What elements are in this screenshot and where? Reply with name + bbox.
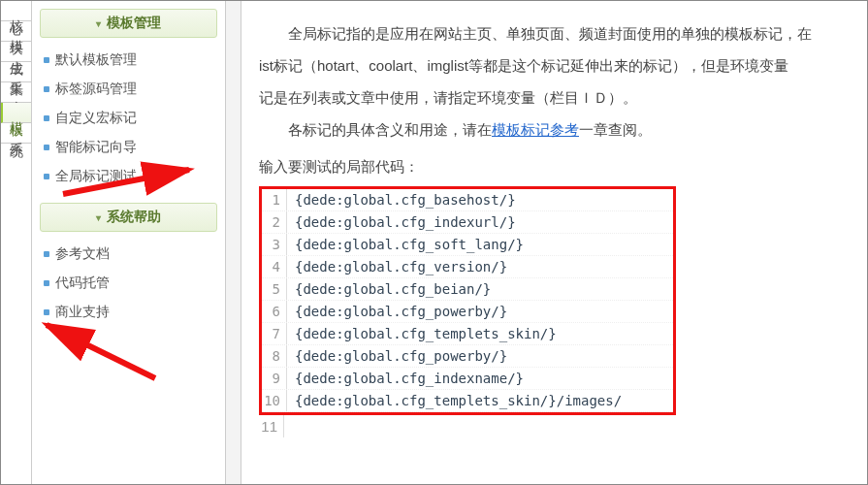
desc-line-1: 全局标记指的是应用在网站主页、单独页面、频道封面使用的单独的模板标记，在 [259,20,867,47]
vtab-member[interactable]: 会员 [1,82,31,103]
menu-item[interactable]: 参考文档 [32,240,225,269]
line-content: {dede:global.cfg_powerby/} [287,301,515,322]
desc-line-4: 各标记的具体含义和用途，请在模板标记参考一章查阅。 [259,116,867,143]
group-title: 系统帮助 [107,209,161,226]
line-number: 5 [262,278,287,300]
vtab-collect[interactable]: 采集 [1,62,31,82]
menu-item[interactable]: 代码托管 [32,269,225,298]
code-line: 5{dede:global.cfg_beian/} [262,278,673,301]
line-content: {dede:global.cfg_soft_lang/} [287,234,531,255]
chevron-down-icon: ▾ [96,212,101,223]
menu-item[interactable]: 商业支持 [32,298,225,327]
line-number: 2 [262,211,287,233]
main-content: 全局标记指的是应用在网站主页、单独页面、频道封面使用的单独的模板标记，在 ist… [241,1,867,484]
line-number: 7 [262,323,287,344]
desc-line-3: 记是在列表或文章中使用，请指定环境变量（栏目ＩＤ）。 [259,84,867,111]
vtab-generate[interactable]: 生成 [1,42,31,62]
chevron-down-icon: ▾ [96,18,101,29]
line-content: {dede:global.cfg_templets_skin/}/images/ [287,390,629,411]
line-number: 4 [262,256,287,277]
menu-item[interactable]: 智能标记向导 [32,133,225,162]
line-content: {dede:global.cfg_version/} [287,256,515,277]
code-line: 10{dede:global.cfg_templets_skin/}/image… [262,390,673,412]
desc-line-2: ist标记（hotart、coolart、imglist等都是这个标记延伸出来的… [259,52,867,79]
line-number: 9 [262,368,287,389]
code-input-box[interactable]: 1{dede:global.cfg_basehost/}2{dede:globa… [259,186,676,415]
vtab-core[interactable]: 核心 [1,1,31,21]
group-title: 模板管理 [107,15,161,32]
line-content-empty [284,415,300,437]
line-content: {dede:global.cfg_templets_skin/} [287,323,564,344]
sidebar: ▾模板管理默认模板管理标签源码管理自定义宏标记智能标记向导全局标记测试▾系统帮助… [32,1,226,484]
code-line: 8{dede:global.cfg_powerby/} [262,345,673,368]
group-header[interactable]: ▾模板管理 [40,9,217,38]
vtab-module[interactable]: 模块 [1,21,31,42]
line-number: 6 [262,301,287,322]
menu-item[interactable]: 自定义宏标记 [32,104,225,133]
desc-4b: 一章查阅。 [579,121,652,138]
code-prompt: 输入要测试的局部代码： [259,158,867,177]
line-content: {dede:global.cfg_powerby/} [287,345,515,367]
code-line: 9{dede:global.cfg_indexname/} [262,368,673,390]
line-content: {dede:global.cfg_indexname/} [287,368,531,389]
line-number: 1 [262,189,287,210]
menu-item[interactable]: 默认模板管理 [32,46,225,75]
code-line: 4{dede:global.cfg_version/} [262,256,673,278]
code-line: 1{dede:global.cfg_basehost/} [262,189,673,211]
menu-item[interactable]: 全局标记测试 [32,162,225,191]
vtab-system[interactable]: 系统 [1,123,31,144]
group-header[interactable]: ▾系统帮助 [40,203,217,232]
line-number: 11 [259,415,284,437]
line-number: 3 [262,234,287,255]
scroll-gutter [226,1,241,484]
desc-4a: 各标记的具体含义和用途，请在 [288,121,492,138]
code-line: 2{dede:global.cfg_indexurl/} [262,211,673,234]
line-content: {dede:global.cfg_basehost/} [287,189,524,210]
code-line: 7{dede:global.cfg_templets_skin/} [262,323,673,345]
template-ref-link[interactable]: 模板标记参考 [492,121,579,138]
vtab-template[interactable]: 模板 [1,103,31,123]
code-line: 6{dede:global.cfg_powerby/} [262,301,673,323]
menu-item[interactable]: 标签源码管理 [32,75,225,104]
line-content: {dede:global.cfg_beian/} [287,278,498,300]
line-content: {dede:global.cfg_indexurl/} [287,211,524,233]
line-number: 8 [262,345,287,367]
vertical-tabs: 核心模块生成采集会员模板系统 [1,1,32,484]
code-line: 3{dede:global.cfg_soft_lang/} [262,234,673,256]
line-number: 10 [262,390,287,411]
